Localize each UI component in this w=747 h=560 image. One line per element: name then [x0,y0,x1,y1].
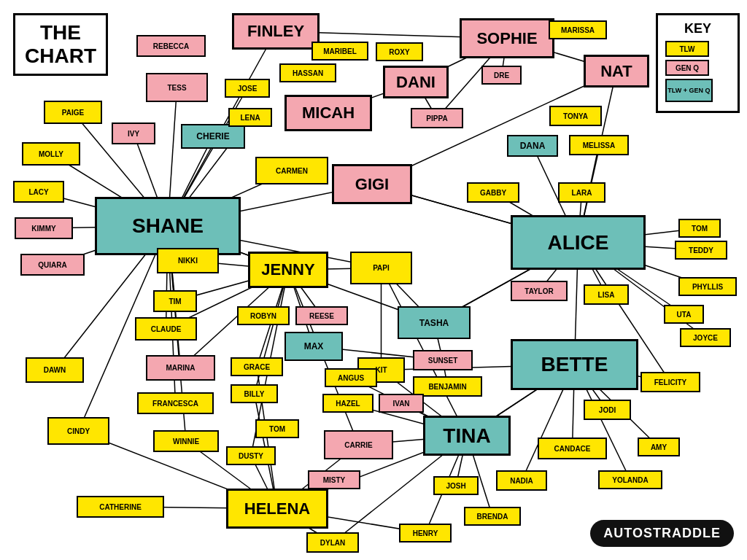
node-tess: TESS [146,73,208,102]
key-row-tlw: TLW [665,41,730,57]
node-max: MAX [285,332,343,361]
node-uta: UTA [664,305,704,324]
key-row-genq: GEN Q [665,60,730,76]
node-dylan: DYLAN [306,532,359,553]
node-maribel: MARIBEL [311,42,368,61]
node-shane: SHANE [95,197,241,255]
node-carmen: CARMEN [255,157,328,184]
node-reese: REESE [295,306,348,325]
node-bette: BETTE [511,339,638,390]
node-lacy: LACY [13,181,64,203]
node-kimmy: KIMMY [15,217,73,239]
node-marissa: MARISSA [549,20,607,39]
node-joyce: JOYCE [680,328,731,347]
node-felicity: FELICITY [640,372,700,392]
node-jose: JOSE [225,79,270,98]
key-swatch-both: TLW + GEN Q [665,79,713,102]
node-lena: LENA [228,108,272,127]
node-teddy: TEDDY [675,241,727,260]
node-yolanda: YOLANDA [598,470,662,489]
chart-title: THE CHART [13,13,108,76]
node-alice: ALICE [511,215,646,270]
node-tina: TINA [423,416,511,456]
node-dusty: DUSTY [226,446,276,465]
node-tonya: TONYA [549,106,602,126]
node-quiara: QUIARA [20,254,85,276]
key-swatch-tlw: TLW [665,41,709,57]
node-micah: MICAH [285,95,372,131]
node-misty: MISTY [308,470,360,489]
node-helena: HELENA [226,489,328,529]
node-nadia: NADIA [496,470,547,491]
node-grace: GRACE [231,357,283,376]
node-hazel: HAZEL [322,394,374,413]
node-nikki: NIKKI [157,248,219,273]
node-angus: ANGUS [325,368,377,387]
node-carrie: CARRIE [324,430,393,459]
key-box: KEY TLW GEN Q TLW + GEN Q [656,13,740,113]
node-billy: BILLY [231,384,278,403]
node-tom1: TOM [678,219,721,238]
node-nat: NAT [584,55,649,88]
node-gigi: GIGI [332,164,412,204]
node-rebecca: REBECCA [136,35,206,57]
node-marina: MARINA [146,355,215,381]
node-cherie: CHERIE [181,124,245,149]
node-candace: CANDACE [538,438,607,459]
node-finley: FINLEY [232,13,320,50]
node-dawn: DAWN [26,357,84,383]
node-taylor: TAYLOR [511,281,568,301]
autostraddle-logo: AUTOSTRADDLE [590,520,734,547]
node-gabby: GABBY [467,182,519,203]
node-brenda: BRENDA [464,507,521,526]
node-roxy: ROXY [376,42,423,61]
key-row-both: TLW + GEN Q [665,79,730,102]
node-hassan: HASSAN [279,63,336,82]
node-ivy: IVY [112,122,155,144]
node-amy: AMY [638,438,680,456]
node-ivan: IVAN [379,394,424,413]
node-catherine: CATHERINE [77,496,164,518]
node-jenny: JENNY [248,252,328,288]
node-molly: MOLLY [22,142,80,166]
node-robyn: ROBYN [237,306,290,325]
node-tasha: TASHA [398,306,471,339]
key-title: KEY [665,21,730,36]
node-henry: HENRY [399,524,452,542]
node-sophie: SOPHIE [460,18,554,58]
node-lara: LARA [558,182,605,203]
key-swatch-genq: GEN Q [665,60,709,76]
node-dani: DANI [383,66,449,98]
chart-container: THE CHART KEY TLW GEN Q TLW + GEN Q AUTO… [0,0,747,560]
node-dana: DANA [507,135,558,157]
node-lisa: LISA [584,284,629,305]
node-winnie: WINNIE [153,430,219,452]
node-tom2: TOM [255,419,299,438]
node-cindy: CINDY [47,417,109,445]
node-melissa: MELISSA [569,135,629,155]
node-josh: JOSH [433,476,479,495]
node-claude: CLAUDE [135,317,197,341]
node-jodi: JODI [584,400,631,420]
node-sunset: SUNSET [413,350,473,370]
node-dre: DRE [481,66,522,85]
node-papi: PAPI [350,252,412,284]
node-francesca: FRANCESCA [137,392,214,414]
node-pippa: PIPPA [411,108,463,128]
node-phyllis: PHYLLIS [678,277,737,296]
node-tim: TIM [153,290,197,312]
node-paige: PAIGE [44,101,102,124]
